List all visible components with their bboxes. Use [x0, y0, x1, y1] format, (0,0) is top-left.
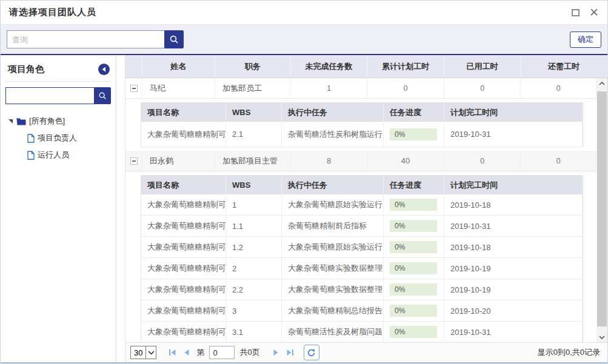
person-row-icon-cell [125, 78, 142, 98]
tree-node-all-roles[interactable]: [所有角色] [3, 113, 113, 130]
tree-node-label: 运行人员 [38, 150, 69, 160]
task-name-cell: 大象杂葡萄糖原始实验运行 [282, 237, 384, 257]
task-finish-date-cell: 2019-10-19 [444, 258, 583, 279]
person-unfinished-cell: 8 [291, 151, 367, 171]
subtable-header-cell: WBS [226, 176, 282, 194]
first-page-icon[interactable] [165, 345, 179, 360]
grid-header-cell: 还需工时 [521, 55, 607, 78]
task-finish-date-cell: 2019-10-20 [444, 300, 583, 321]
progress-bar: 0% [390, 283, 437, 296]
caret-expanded-icon [8, 119, 13, 124]
pager-status: 显示0到0,共0记录 [538, 347, 603, 358]
search-icon[interactable] [164, 30, 184, 48]
page-number-input[interactable] [209, 346, 235, 359]
close-icon[interactable]: ✕ [589, 9, 599, 16]
progress-bar: 0% [390, 305, 437, 317]
task-finish-date-cell: 2019-10-19 [444, 279, 583, 300]
last-page-icon[interactable] [283, 345, 298, 360]
task-progress-cell: 0% [384, 122, 444, 147]
progress-bar: 0% [390, 199, 437, 211]
task-progress-cell: 0% [384, 194, 444, 215]
confirm-button[interactable]: 确定 [570, 31, 601, 48]
task-wbs-cell: 1.2 [226, 237, 282, 257]
page-size-select[interactable]: 30 [130, 346, 156, 359]
grid-header-cell: 未完成任务数 [291, 55, 367, 78]
sidebar-search-input[interactable] [5, 87, 94, 104]
task-progress-cell: 0% [384, 300, 444, 321]
tree-node-role[interactable]: 项目负责人 [3, 130, 113, 147]
task-finish-date-cell: 2019-10-18 [444, 237, 583, 257]
toolbar: 确定 [1, 25, 607, 54]
task-project-cell: 大象杂葡萄糖糖精制可行性 [141, 279, 226, 300]
task-row[interactable]: 大象杂葡萄糖糖精制可行性1大象杂葡萄糖原始实验运行0%2019-10-18 [141, 194, 583, 216]
person-row-icon-cell [125, 151, 142, 171]
task-progress-cell: 0% [384, 216, 444, 236]
task-progress-cell: 0% [384, 258, 444, 279]
pager-bar: 30 第 共0页 显示0到0,共0记录 [125, 342, 607, 362]
task-subtable: 项目名称WBS执行中任务任务进度计划完工时间大象杂葡萄糖糖精制可行性1大象杂葡萄… [141, 175, 583, 342]
task-row[interactable]: 大象杂葡萄糖糖精制可行性2.1杂葡萄糖活性炭和树脂运行0%2019-10-31 [141, 122, 583, 147]
task-row[interactable]: 大象杂葡萄糖糖精制可行性1.2大象杂葡萄糖原始实验运行0%2019-10-18 [141, 237, 583, 258]
progress-bar: 0% [390, 241, 437, 253]
person-planned-hours-cell: 0 [367, 78, 444, 98]
task-progress-cell: 0% [384, 322, 444, 342]
chevron-down-icon [145, 346, 156, 359]
task-project-cell: 大象杂葡萄糖糖精制可行性 [141, 216, 226, 236]
task-project-cell: 大象杂葡萄糖糖精制可行性 [141, 194, 226, 215]
prev-page-icon[interactable] [179, 345, 194, 360]
subtable-header-cell: WBS [226, 103, 282, 122]
refresh-icon[interactable] [304, 345, 319, 360]
task-row[interactable]: 大象杂葡萄糖糖精制可行性2大象杂葡萄糖实验数据整理0%2019-10-19 [141, 258, 583, 279]
task-row[interactable]: 大象杂葡萄糖糖精制可行性3大象杂葡萄糖精制总结报告0%2019-10-20 [141, 300, 583, 322]
file-icon [27, 134, 35, 143]
task-row[interactable]: 大象杂葡萄糖糖精制可行性2.2大象杂葡萄糖实验数据整理0%2019-10-19 [141, 279, 583, 300]
person-used-hours-cell: 0 [444, 78, 521, 98]
person-remaining-hours-cell: 0 [521, 151, 596, 171]
task-finish-date-cell: 2019-10-31 [444, 322, 583, 342]
person-used-hours-cell: 0 [444, 151, 521, 171]
task-name-cell: 大象杂葡萄糖实验数据整理 [282, 279, 384, 300]
sidebar-search-group [5, 87, 111, 104]
scroll-up-icon[interactable] [596, 78, 607, 88]
title-bar: 请选择项目团队人员 ✕ [1, 1, 607, 25]
tree-node-label: [所有角色] [29, 116, 65, 127]
task-finish-date-cell: 2019-10-31 [444, 216, 583, 236]
collapse-row-icon[interactable] [130, 157, 138, 165]
vertical-scrollbar[interactable] [596, 78, 607, 342]
person-row[interactable]: 马纪加氢部员工1000 [125, 78, 596, 99]
person-planned-hours-cell: 40 [367, 151, 444, 171]
tree-node-role[interactable]: 运行人员 [3, 147, 113, 164]
task-name-cell: 大象杂葡萄糖原始实验运行 [282, 194, 384, 215]
team-grid-panel: 姓名职务未完成任务数累计计划工时已用工时还需工时 马纪加氢部员工1000项目名称… [125, 55, 607, 362]
dialog-bottom-border [1, 362, 607, 363]
collapse-left-icon[interactable] [98, 64, 110, 75]
subtable-header-cell: 计划完工时间 [444, 103, 583, 122]
file-icon [27, 151, 35, 160]
subtable-header-cell: 项目名称 [141, 103, 226, 122]
grid-header-cell: 已用工时 [444, 55, 521, 78]
page-title: 请选择项目团队人员 [9, 7, 96, 18]
grid-header-cell: 职务 [215, 55, 291, 78]
scrollbar-thumb[interactable] [597, 91, 607, 326]
subtable-header: 项目名称WBS执行中任务任务进度计划完工时间 [141, 103, 583, 122]
grid-header: 姓名职务未完成任务数累计计划工时已用工时还需工时 [125, 55, 607, 78]
task-project-cell: 大象杂葡萄糖糖精制可行性 [141, 300, 226, 321]
tree-node-label: 项目负责人 [38, 133, 77, 144]
search-input[interactable] [7, 30, 164, 48]
person-row[interactable]: 田永鹤加氢部项目主管84000 [125, 151, 596, 171]
task-name-cell: 杂葡萄糖精制前后指标 [282, 216, 384, 236]
task-wbs-cell: 2 [226, 258, 282, 279]
maximize-icon[interactable] [572, 9, 580, 16]
subtable-header-cell: 项目名称 [141, 176, 226, 194]
task-subtable: 项目名称WBS执行中任务任务进度计划完工时间大象杂葡萄糖糖精制可行性2.1杂葡萄… [141, 102, 583, 147]
scroll-down-icon[interactable] [596, 332, 607, 342]
subtable-header-cell: 执行中任务 [282, 103, 384, 122]
subtable-header: 项目名称WBS执行中任务任务进度计划完工时间 [141, 176, 583, 194]
collapse-row-icon[interactable] [130, 85, 138, 92]
task-row[interactable]: 大象杂葡萄糖糖精制可行性1.1杂葡萄糖精制前后指标0%2019-10-31 [141, 216, 583, 237]
search-group [7, 30, 184, 48]
task-row[interactable]: 大象杂葡萄糖糖精制可行性3.1杂葡萄糖活性炭及树脂问题0%2019-10-31 [141, 322, 583, 342]
sidebar-search-icon[interactable] [94, 87, 111, 104]
person-job-cell: 加氢部员工 [215, 78, 291, 98]
next-page-icon[interactable] [269, 345, 283, 360]
